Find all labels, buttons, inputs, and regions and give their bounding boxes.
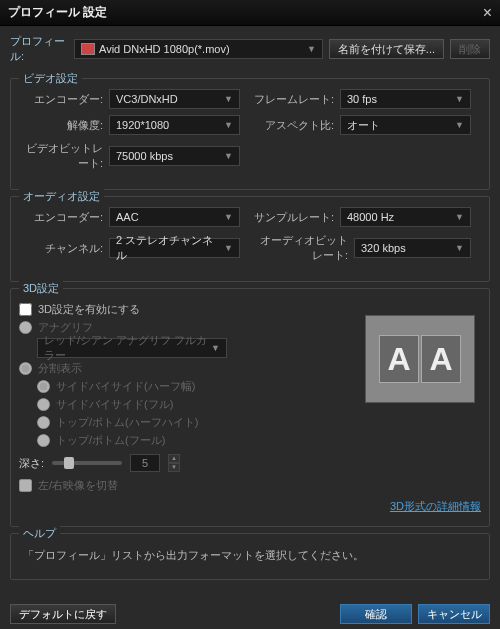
profile-dropdown[interactable]: Avid DNxHD 1080p(*.mov) ▼ [74, 39, 323, 59]
video-encoder-dropdown[interactable]: VC3/DNxHD▼ [109, 89, 240, 109]
swap-lr-checkbox[interactable]: 左/右映像を切替 [19, 478, 481, 493]
chevron-down-icon: ▼ [224, 120, 233, 130]
delete-button[interactable]: 削除 [450, 39, 490, 59]
resolution-dropdown[interactable]: 1920*1080▼ [109, 115, 240, 135]
profile-label: プロフィール: [10, 34, 68, 64]
chevron-down-icon: ▼ [224, 94, 233, 104]
video-bitrate-label: ビデオビットレート: [19, 141, 109, 171]
3d-preview: AA [365, 315, 475, 403]
audio-encoder-dropdown[interactable]: AAC▼ [109, 207, 240, 227]
chevron-down-icon: ▼ [455, 120, 464, 130]
chevron-down-icon: ▼ [307, 44, 316, 54]
channel-label: チャンネル: [19, 241, 109, 256]
framerate-label: フレームレート: [250, 92, 340, 107]
chevron-up-icon[interactable]: ▲ [168, 454, 180, 463]
samplerate-dropdown[interactable]: 48000 Hz▼ [340, 207, 471, 227]
video-settings: ビデオ設定 エンコーダー: VC3/DNxHD▼ フレームレート: 30 fps… [10, 78, 490, 190]
help-legend: ヘルプ [19, 526, 60, 541]
audio-bitrate-dropdown[interactable]: 320 kbps▼ [354, 238, 471, 258]
depth-value[interactable]: 5 [130, 454, 160, 472]
3d-legend: 3D設定 [19, 281, 63, 296]
ok-button[interactable]: 確認 [340, 604, 412, 624]
help-text: 「プロフィール」リストから出力フォーマットを選択してください。 [19, 544, 481, 567]
default-button[interactable]: デフォルトに戻す [10, 604, 116, 624]
chevron-down-icon: ▼ [224, 243, 233, 253]
depth-label: 深さ: [19, 456, 44, 471]
depth-spinner[interactable]: ▲▼ [168, 454, 180, 472]
footer: デフォルトに戻す 確認 キャンセル [0, 599, 500, 629]
aspect-dropdown[interactable]: オート▼ [340, 115, 471, 135]
chevron-down-icon[interactable]: ▼ [168, 463, 180, 472]
chevron-down-icon: ▼ [224, 151, 233, 161]
audio-encoder-label: エンコーダー: [19, 210, 109, 225]
save-as-button[interactable]: 名前を付けて保存... [329, 39, 444, 59]
tb-half-radio[interactable]: トップ/ボトム(ハーフハイト) [37, 415, 481, 430]
audio-legend: オーディオ設定 [19, 189, 104, 204]
audio-bitrate-label: オーディオビットレート: [250, 233, 354, 263]
video-legend: ビデオ設定 [19, 71, 82, 86]
chevron-down-icon: ▼ [211, 343, 220, 353]
3d-info-link[interactable]: 3D形式の詳細情報 [19, 499, 481, 514]
video-encoder-label: エンコーダー: [19, 92, 109, 107]
chevron-down-icon: ▼ [455, 94, 464, 104]
audio-settings: オーディオ設定 エンコーダー: AAC▼ サンプルレート: 48000 Hz▼ … [10, 196, 490, 282]
close-icon[interactable]: × [483, 4, 492, 22]
resolution-label: 解像度: [19, 118, 109, 133]
video-bitrate-dropdown[interactable]: 75000 kbps▼ [109, 146, 240, 166]
channel-dropdown[interactable]: 2 ステレオチャンネル▼ [109, 238, 240, 258]
depth-slider[interactable] [52, 461, 122, 465]
chevron-down-icon: ▼ [224, 212, 233, 222]
profile-row: プロフィール: Avid DNxHD 1080p(*.mov) ▼ 名前を付けて… [0, 26, 500, 72]
preview-aa-icon: AA [379, 335, 461, 383]
chevron-down-icon: ▼ [455, 212, 464, 222]
3d-settings: 3D設定 3D設定を有効にする アナグリフ レッド/シアン アナグリフ フルカラ… [10, 288, 490, 527]
film-icon [81, 43, 95, 55]
titlebar: プロフィール 設定 × [0, 0, 500, 26]
anaglyph-mode-dropdown[interactable]: レッド/シアン アナグリフ フルカラー▼ [37, 338, 227, 358]
window-title: プロフィール 設定 [8, 4, 107, 21]
framerate-dropdown[interactable]: 30 fps▼ [340, 89, 471, 109]
cancel-button[interactable]: キャンセル [418, 604, 490, 624]
profile-value: Avid DNxHD 1080p(*.mov) [99, 43, 230, 55]
samplerate-label: サンプルレート: [250, 210, 340, 225]
aspect-label: アスペクト比: [250, 118, 340, 133]
chevron-down-icon: ▼ [455, 243, 464, 253]
tb-full-radio[interactable]: トップ/ボトム(フール) [37, 433, 481, 448]
help-section: ヘルプ 「プロフィール」リストから出力フォーマットを選択してください。 [10, 533, 490, 580]
